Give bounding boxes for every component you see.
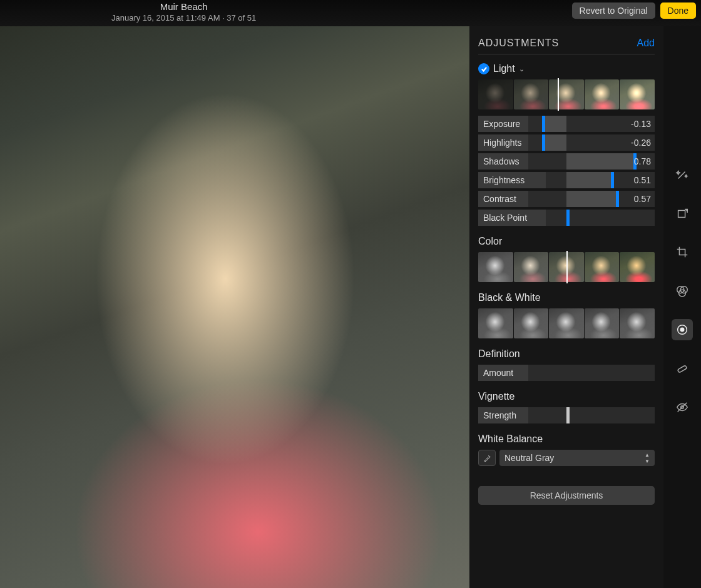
strip-marker[interactable] (566, 251, 568, 283)
tool-rail (663, 26, 701, 588)
photo-placeholder (0, 26, 469, 588)
light-thumb (549, 79, 584, 109)
slider-label: Shadows (478, 153, 528, 170)
slider-label: Brightness (478, 172, 546, 188)
revert-button[interactable]: Revert to Original (572, 3, 655, 19)
color-header[interactable]: Color (478, 236, 655, 247)
filters-icon[interactable] (672, 280, 693, 302)
color-thumb (478, 252, 513, 282)
section-color: Color (478, 236, 655, 282)
reset-adjustments-button[interactable]: Reset Adjustments (478, 486, 655, 505)
light-slider-brightness[interactable]: Brightness0.51 (478, 172, 655, 188)
section-white-balance: White Balance Neutral Gray ▲▼ (478, 433, 655, 466)
bw-thumb (585, 308, 620, 338)
color-thumb (514, 252, 549, 282)
light-thumb (620, 79, 655, 109)
color-thumb (585, 252, 620, 282)
light-title: Light (493, 63, 515, 74)
slider-value: -0.13 (631, 116, 651, 132)
svg-rect-6 (677, 365, 687, 373)
eyedropper-button[interactable] (478, 450, 496, 466)
slider-label: Contrast (478, 191, 528, 207)
title-block: Muir Beach January 16, 2015 at 11:49 AM … (111, 1, 256, 23)
done-button[interactable]: Done (660, 3, 696, 19)
section-vignette: Vignette Strength (478, 391, 655, 423)
slider-thumb[interactable] (542, 134, 545, 151)
check-icon (478, 63, 489, 74)
light-slider-exposure[interactable]: Exposure-0.13 (478, 116, 655, 132)
slider-thumb[interactable] (566, 407, 570, 423)
slider-label: Highlights (478, 134, 528, 151)
section-bw: Black & White (478, 292, 655, 338)
adjust-icon[interactable] (672, 319, 693, 340)
slider-value: 0.57 (634, 191, 651, 207)
retouch-icon[interactable] (672, 358, 693, 379)
light-header[interactable]: Light ⌄ (478, 63, 655, 74)
vignette-header[interactable]: Vignette (478, 391, 655, 402)
strip-marker[interactable] (558, 78, 559, 111)
definition-slider[interactable]: Amount (478, 365, 655, 381)
crop-icon[interactable] (672, 241, 693, 263)
slider-thumb[interactable] (542, 116, 545, 132)
panel-title: ADJUSTMENTS (478, 38, 559, 49)
light-thumb (478, 79, 513, 109)
vignette-slider[interactable]: Strength (478, 407, 655, 423)
light-thumb (585, 79, 620, 109)
slider-value: -0.26 (631, 134, 651, 151)
light-thumb-strip[interactable] (478, 79, 655, 109)
slider-label: Strength (478, 407, 528, 423)
rotate-icon[interactable] (672, 203, 693, 224)
magic-wand-icon[interactable] (672, 164, 693, 185)
slider-thumb[interactable] (566, 210, 570, 226)
color-thumb-strip[interactable] (478, 252, 655, 282)
photo-title: Muir Beach (111, 1, 256, 13)
definition-header[interactable]: Definition (478, 348, 655, 360)
bw-thumb (620, 308, 655, 338)
header-bar: Muir Beach January 16, 2015 at 11:49 AM … (0, 0, 701, 26)
photo-subtitle: January 16, 2015 at 11:49 AM · 37 of 51 (111, 13, 256, 23)
bw-thumb (478, 308, 513, 338)
chevron-down-icon: ⌄ (519, 65, 524, 73)
light-slider-black-point[interactable]: Black Point (478, 210, 655, 226)
light-slider-shadows[interactable]: Shadows0.78 (478, 153, 655, 170)
definition-title: Definition (478, 348, 520, 360)
wb-title: White Balance (478, 433, 543, 445)
adjustments-panel: ADJUSTMENTS Add Light ⌄ Exposure-0.13Hig… (469, 26, 663, 588)
color-thumb (620, 252, 655, 282)
hide-icon[interactable] (672, 397, 693, 418)
add-adjustment-button[interactable]: Add (637, 38, 655, 49)
bw-thumb (514, 308, 549, 338)
svg-rect-0 (678, 210, 685, 217)
stepper-icon: ▲▼ (642, 451, 652, 465)
light-slider-highlights[interactable]: Highlights-0.26 (478, 134, 655, 151)
slider-value: 0.78 (634, 153, 651, 170)
bw-header[interactable]: Black & White (478, 292, 655, 303)
vignette-title: Vignette (478, 391, 514, 402)
bw-thumb-strip[interactable] (478, 308, 655, 338)
slider-thumb[interactable] (611, 172, 614, 188)
section-light: Light ⌄ Exposure-0.13Highlights-0.26Shad… (478, 63, 655, 226)
light-thumb (514, 79, 549, 109)
light-slider-contrast[interactable]: Contrast0.57 (478, 191, 655, 207)
wb-header[interactable]: White Balance (478, 433, 655, 445)
slider-label: Amount (478, 365, 528, 381)
photo-canvas[interactable] (0, 26, 469, 588)
svg-point-5 (680, 328, 684, 332)
wb-select[interactable]: Neutral Gray ▲▼ (499, 450, 655, 466)
slider-label: Black Point (478, 210, 546, 226)
color-title: Color (478, 236, 502, 247)
bw-thumb (549, 308, 584, 338)
slider-label: Exposure (478, 116, 528, 132)
slider-value: 0.51 (634, 172, 651, 188)
slider-thumb[interactable] (616, 191, 619, 207)
section-definition: Definition Amount (478, 348, 655, 381)
eyedropper-icon (483, 454, 492, 463)
bw-title: Black & White (478, 292, 541, 303)
wb-selected: Neutral Gray (504, 453, 554, 463)
